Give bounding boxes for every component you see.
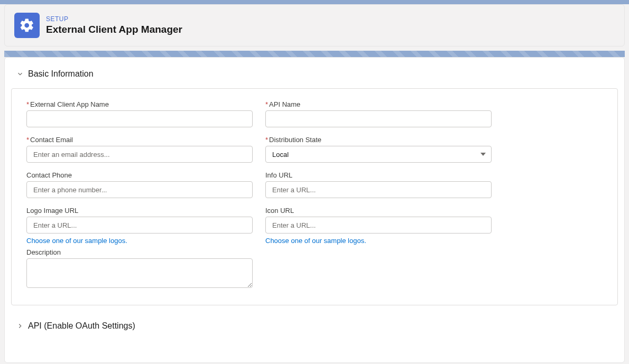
chevron-right-icon [16, 322, 24, 330]
logo-sample-link[interactable]: Choose one of our sample logos. [26, 237, 127, 245]
distribution-state-value: Local [272, 151, 289, 158]
svg-marker-0 [480, 153, 486, 156]
dropdown-triangle-icon [480, 151, 486, 158]
header-overline: SETUP [46, 15, 182, 23]
label-api-name: *API Name [265, 100, 492, 108]
label-contact-phone: Contact Phone [26, 171, 253, 179]
basic-info-form: *External Client App Name *API Name *Con… [11, 88, 618, 305]
label-logo-url: Logo Image URL [26, 207, 253, 214]
logo-url-input[interactable] [26, 217, 253, 234]
label-description: Description [26, 248, 253, 256]
contact-email-input[interactable] [26, 146, 253, 163]
distribution-state-select[interactable]: Local [265, 146, 492, 163]
label-info-url: Info URL [265, 171, 492, 179]
icon-sample-link[interactable]: Choose one of our sample logos. [265, 237, 366, 245]
info-url-input[interactable] [265, 181, 492, 198]
label-contact-email: *Contact Email [26, 136, 253, 144]
label-distribution-state: *Distribution State [265, 136, 492, 144]
section-basic-information-header[interactable]: Basic Information [11, 69, 618, 79]
app-name-input[interactable] [26, 110, 253, 127]
label-icon-url: Icon URL [265, 207, 492, 214]
page-title: External Client App Manager [46, 24, 182, 35]
section-title-basic: Basic Information [28, 69, 94, 79]
section-title-api: API (Enable OAuth Settings) [28, 321, 135, 331]
page-header: SETUP External Client App Manager [4, 4, 625, 46]
description-textarea[interactable] [26, 258, 253, 288]
section-api-header[interactable]: API (Enable OAuth Settings) [11, 321, 618, 331]
api-name-input[interactable] [265, 110, 492, 127]
contact-phone-input[interactable] [26, 181, 253, 198]
chevron-down-icon [16, 70, 24, 78]
decorative-strip [4, 51, 625, 57]
gear-icon [14, 13, 40, 38]
icon-url-input[interactable] [265, 217, 492, 234]
label-app-name: *External Client App Name [26, 100, 253, 108]
